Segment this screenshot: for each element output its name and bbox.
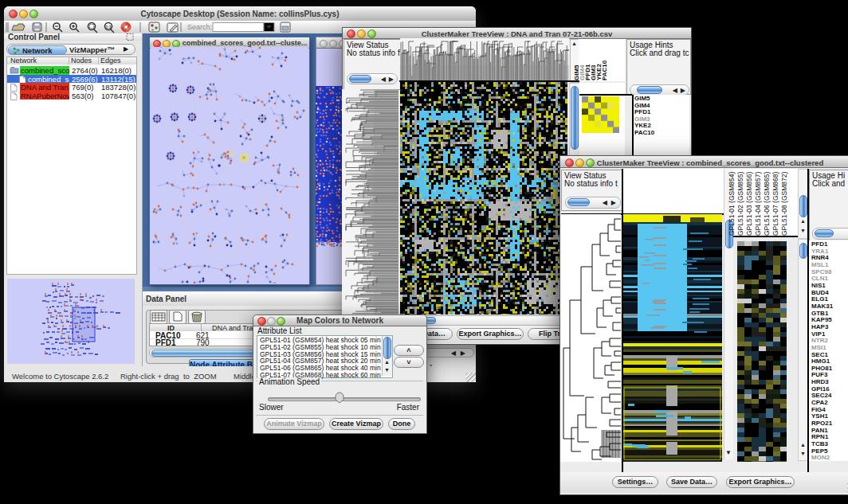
svg-text:Search:: Search: <box>187 23 212 31</box>
svg-text:1:1: 1:1 <box>105 25 111 29</box>
